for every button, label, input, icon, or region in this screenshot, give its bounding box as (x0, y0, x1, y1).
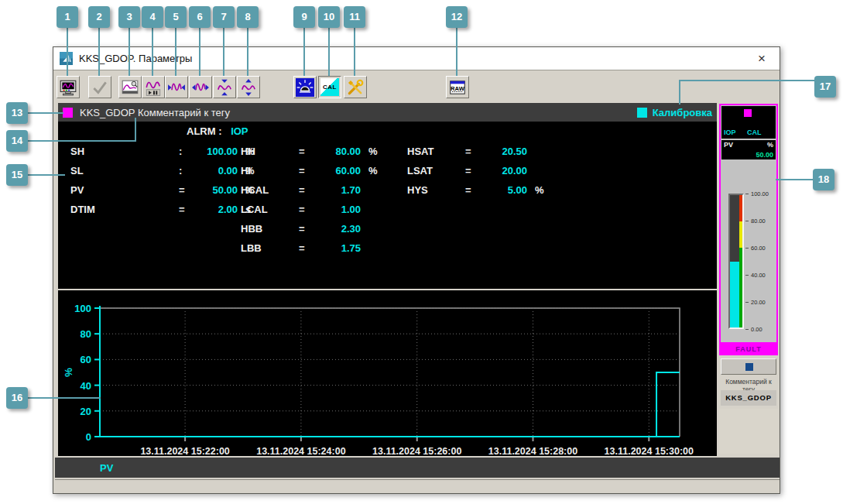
param-label: LSAT (407, 161, 465, 180)
param-separator: = (299, 180, 314, 200)
print-trend-button[interactable] (57, 76, 80, 98)
bargraph-fill (730, 262, 739, 328)
param-value: 20.00 (481, 161, 527, 180)
param-separator: : (179, 142, 194, 161)
param-label: HYS (407, 180, 465, 200)
trend-run-pause-button[interactable] (142, 76, 165, 98)
tools-button[interactable] (344, 76, 367, 98)
callout-badge-3: 3 (118, 6, 140, 28)
fault-banner: FAULT (719, 344, 778, 355)
faceplate-bargraph (728, 194, 744, 329)
callout-badge-14: 14 (6, 130, 28, 152)
compress-time-button[interactable] (165, 76, 188, 98)
faceplate-cal-flag: CAL (747, 129, 762, 136)
bargraph-scale-label: 60.00 (751, 245, 766, 252)
param-separator: = (299, 161, 314, 180)
tag-header-bar: KKS_GDOP Комментарий к тегу Калибровка (58, 103, 717, 122)
callout-badge-2: 2 (88, 6, 110, 28)
chart-image-button[interactable] (118, 76, 142, 98)
checkmark-icon (91, 78, 109, 97)
param-label: PV (70, 180, 179, 200)
acknowledge-button[interactable] (721, 358, 776, 375)
param-row-lbb: LBB=1.75 (241, 238, 384, 258)
param-separator: = (465, 161, 481, 180)
svg-text:80: 80 (81, 328, 91, 340)
callout-line (199, 28, 200, 76)
param-value: 1.00 (314, 200, 361, 219)
compress-amplitude-icon (215, 78, 234, 97)
alarm-row: ALRM : IOP (187, 122, 248, 141)
calibration-square-icon (637, 108, 647, 118)
param-row-sl: SL:0.00% (70, 161, 266, 180)
trend-legend-pv: PV (100, 462, 113, 474)
param-row-pv: PV=50.00% (70, 180, 266, 200)
bargraph-alarm-zones (739, 195, 742, 327)
svg-text:13.11.2024 15:28:00: 13.11.2024 15:28:00 (488, 446, 577, 456)
close-button[interactable]: × (753, 50, 770, 67)
svg-text:40: 40 (81, 380, 91, 392)
callout-line (28, 140, 136, 142)
trend-legend-bar: PV (55, 458, 780, 478)
param-unit: % (361, 161, 384, 180)
param-label: HCAL (241, 180, 299, 200)
param-unit: % (527, 180, 550, 200)
param-separator: = (299, 219, 314, 238)
callout-badge-8: 8 (237, 6, 259, 28)
param-unit (361, 180, 384, 200)
param-label: HI (241, 161, 299, 180)
param-label: HSAT (407, 142, 465, 161)
window-titlebar: KKS_GDOP. Параметры × (53, 47, 780, 70)
compress-time-icon (167, 78, 186, 97)
param-value: 50.00 (194, 180, 238, 200)
param-label: DTIM (70, 200, 179, 219)
callout-badge-17: 17 (814, 76, 836, 98)
callout-line (129, 28, 130, 76)
param-value: 5.00 (481, 180, 527, 200)
bargraph-scale-tick (745, 221, 749, 221)
param-value: 0.00 (194, 161, 238, 180)
alarm-settings-button[interactable] (293, 76, 317, 98)
compress-amplitude-button[interactable] (213, 76, 236, 98)
param-row-hsat: HSAT=20.50 (407, 142, 550, 161)
callout-badge-6: 6 (189, 6, 211, 28)
expand-time-icon (191, 78, 210, 97)
bargraph-scale-label: 100.00 (751, 190, 769, 197)
param-value: 1.70 (314, 180, 361, 200)
param-value: 60.00 (314, 161, 361, 180)
faceplate-tag: KKS_GDOP (721, 390, 776, 406)
raw-data-button[interactable]: RAW (446, 76, 469, 98)
page-canvas: KKS_GDOP. Параметры × (0, 0, 843, 504)
callout-badge-1: 1 (57, 6, 78, 28)
status-bar (55, 479, 780, 493)
param-column-a: SH:100.00%SL:0.00%PV=50.00%DTIM=2.00s (70, 142, 266, 219)
callout-badge-9: 9 (293, 6, 315, 28)
param-column-b: HH=80.00%HI=60.00%HCAL=1.70LCAL=1.00HBB=… (241, 142, 384, 258)
svg-text:60: 60 (81, 354, 91, 365)
svg-text:0: 0 (86, 431, 91, 443)
callout-line (303, 28, 305, 76)
callout-badge-5: 5 (165, 6, 187, 28)
faceplate-iop-flag: IOP (724, 129, 736, 136)
param-row-dtim: DTIM=2.00s (70, 200, 266, 219)
calibration-button[interactable]: CAL (318, 76, 341, 98)
param-row-lcal: LCAL=1.00 (241, 200, 384, 219)
svg-text:13.11.2024 15:22:00: 13.11.2024 15:22:00 (140, 446, 229, 456)
param-value: 2.30 (314, 219, 361, 238)
expand-amplitude-button[interactable] (237, 76, 260, 98)
param-label: HH (241, 142, 299, 161)
raw-icon: RAW (448, 78, 467, 97)
param-label: LCAL (241, 200, 299, 219)
tools-icon (346, 78, 365, 97)
trend-chart: 02040608010013.11.2024 15:22:0013.11.202… (58, 290, 717, 456)
tag-comment: Комментарий к тегу (138, 107, 230, 118)
faceplate-pv-label: PV (724, 141, 733, 149)
svg-text:20: 20 (81, 406, 91, 417)
expand-time-button[interactable] (189, 76, 212, 98)
callout-line (354, 28, 355, 76)
callout-line (680, 80, 814, 81)
accept-button[interactable] (88, 76, 111, 98)
callout-line (28, 112, 63, 114)
callout-line (67, 28, 68, 76)
callout-badge-4: 4 (142, 6, 163, 28)
tag-status-square-icon (63, 108, 73, 118)
